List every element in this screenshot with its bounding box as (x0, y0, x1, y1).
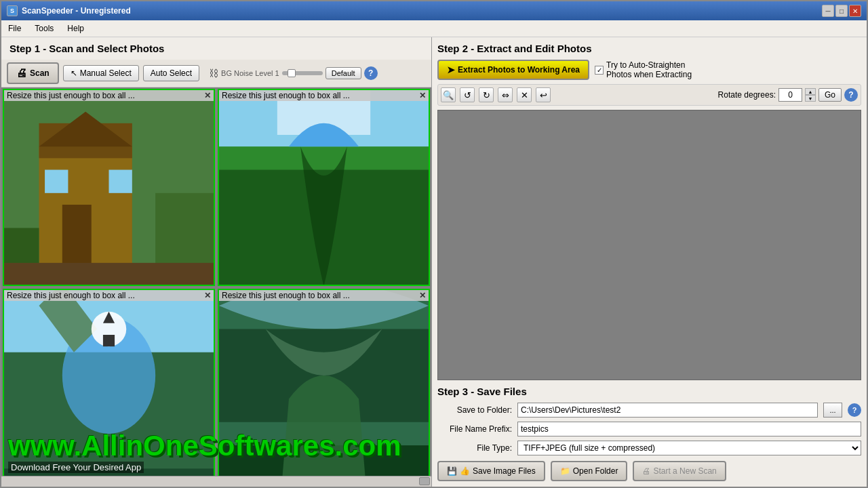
title-bar: S ScanSpeeder - Unregistered ─ □ ✕ (1, 1, 867, 20)
cursor-icon: ↖ (71, 68, 77, 78)
open-folder-label: Open Folder (573, 466, 618, 476)
svg-rect-6 (45, 170, 68, 193)
step2-header: Step 2 - Extract and Edit Photos (437, 43, 861, 54)
close-button[interactable]: ✕ (849, 5, 861, 17)
save-files-button[interactable]: 💾 👍 Save Image Files (437, 461, 545, 481)
rotate-section: Rotate degrees: ▲ ▼ Go ? (718, 88, 858, 102)
photo-close-4[interactable]: ✕ (419, 291, 426, 300)
main-content: Step 1 - Scan and Select Photos 🖨 Scan ↖… (1, 37, 867, 487)
app-window: S ScanSpeeder - Unregistered ─ □ ✕ File … (0, 0, 868, 488)
undo-button[interactable]: ↩ (536, 87, 551, 102)
photo-close-1[interactable]: ✕ (204, 91, 211, 100)
file-type-row: File Type: TIFF+JPEG (full size + compre… (437, 441, 861, 455)
rotate-ccw-button[interactable]: ↺ (460, 87, 475, 102)
svg-rect-9 (4, 263, 214, 285)
maximize-button[interactable]: □ (835, 5, 848, 17)
file-prefix-row: File Name Prefix: (437, 422, 861, 436)
folder-icon: 📁 (560, 466, 570, 476)
auto-straighten-checkbox[interactable]: ✓ (595, 66, 604, 75)
auto-straighten-label: Try to Auto-StraightenPhotos when Extrac… (606, 60, 692, 79)
save-icon: 💾 (447, 466, 457, 476)
scan-area: Resize this just enough to box all ... ✕ (1, 87, 431, 487)
extract-toolbar: ➤ Extract Photos to Working Area ✓ Try t… (437, 60, 861, 80)
svg-rect-5 (109, 170, 132, 193)
folder-info-button[interactable]: ? (848, 403, 861, 417)
watermark-subtitle: Download Free Your Desired App (8, 462, 144, 473)
extract-icon: ➤ (447, 64, 455, 75)
edit-help-button[interactable]: ? (844, 88, 858, 102)
save-folder-input[interactable] (517, 403, 818, 418)
working-area (437, 110, 861, 380)
save-folder-row: Save to Folder: ... ? (437, 403, 861, 418)
fb-icon: 👍 (460, 466, 470, 476)
file-prefix-input[interactable] (517, 422, 861, 436)
default-button[interactable]: Default (326, 67, 361, 79)
step3-header: Step 3 - Save Files (437, 386, 861, 397)
spin-up-button[interactable]: ▲ (805, 88, 816, 95)
toolbar-row: 🖨 Scan ↖ Manual Select Auto Select ⛓ BG … (1, 60, 431, 87)
slider-thumb (288, 69, 296, 77)
noise-slider[interactable] (282, 71, 323, 75)
scroll-area (1, 476, 431, 487)
new-scan-button[interactable]: 🖨 Start a New Scan (633, 461, 726, 481)
watermark: www.AllinOneSoftwares.com Download Free … (8, 432, 431, 473)
scan-icon: 🖨 (16, 67, 27, 79)
rotate-label: Rotate degrees: (718, 90, 776, 100)
photo-label-1: Resize this just enough to box all ... ✕ (4, 90, 214, 101)
scan-label: Scan (30, 68, 50, 78)
photo-container-1: Resize this just enough to box all ... ✕ (3, 89, 215, 286)
edit-toolbar: 🔍 ↺ ↻ ⇔ ✕ ↩ Rotate degrees: ▲ ▼ Go ? (437, 84, 861, 106)
extract-label: Extract Photos to Working Area (458, 65, 580, 75)
auto-select-label: Auto Select (151, 68, 192, 78)
menu-bar: File Tools Help (1, 20, 867, 37)
menu-help[interactable]: Help (60, 22, 91, 35)
window-controls: ─ □ ✕ (822, 5, 861, 17)
save-folder-label: Save to Folder: (437, 405, 512, 415)
zoom-in-button[interactable]: 🔍 (441, 87, 456, 102)
rotate-spinner: ▲ ▼ (805, 88, 816, 102)
noise-label: BG Noise Level 1 (221, 69, 279, 77)
manual-select-button[interactable]: ↖ Manual Select (63, 65, 139, 81)
save-files-label: Save Image Files (473, 466, 536, 476)
extract-button[interactable]: ➤ Extract Photos to Working Area (437, 60, 589, 80)
minimize-button[interactable]: ─ (822, 5, 834, 17)
photo-container-2: Resize this just enough to box all ... ✕ (218, 89, 430, 286)
window-title: ScanSpeeder - Unregistered (22, 6, 131, 16)
manual-select-label: Manual Select (80, 68, 132, 78)
action-row: 💾 👍 Save Image Files 📁 Open Folder 🖨 Sta… (437, 461, 861, 481)
link-icon: ⛓ (209, 68, 218, 79)
photo-label-4: Resize this just enough to box all ... ✕ (219, 290, 429, 301)
app-icon: S (7, 5, 18, 16)
flip-v-button[interactable]: ✕ (517, 87, 532, 102)
auto-straighten-section: ✓ Try to Auto-StraightenPhotos when Extr… (595, 60, 692, 79)
open-folder-button[interactable]: 📁 Open Folder (551, 461, 628, 481)
file-type-label: File Type: (437, 443, 512, 453)
photo-close-2[interactable]: ✕ (419, 91, 426, 100)
scroll-bar[interactable] (419, 477, 430, 485)
watermark-text: www.AllinOneSoftwares.com (8, 432, 431, 460)
left-panel: Step 1 - Scan and Select Photos 🖨 Scan ↖… (1, 37, 432, 487)
photo-label-3: Resize this just enough to box all ... ✕ (4, 290, 214, 301)
browse-button[interactable]: ... (823, 403, 842, 418)
rotate-go-button[interactable]: Go (818, 88, 842, 102)
photo-label-2: Resize this just enough to box all ... ✕ (219, 90, 429, 101)
rotate-cw-button[interactable]: ↻ (479, 87, 494, 102)
photos-grid: Resize this just enough to box all ... ✕ (1, 87, 431, 487)
file-type-select[interactable]: TIFF+JPEG (full size + compressed) JPEG … (517, 441, 861, 455)
flip-h-button[interactable]: ⇔ (498, 87, 513, 102)
new-scan-label: Start a New Scan (653, 466, 716, 476)
menu-tools[interactable]: Tools (28, 22, 60, 35)
step1-header: Step 1 - Scan and Select Photos (1, 37, 431, 60)
spin-down-button[interactable]: ▼ (805, 95, 816, 102)
save-form: Save to Folder: ... ? File Name Prefix: … (437, 403, 861, 455)
file-prefix-label: File Name Prefix: (437, 424, 512, 434)
auto-select-button[interactable]: Auto Select (143, 65, 199, 81)
photo-close-3[interactable]: ✕ (204, 291, 211, 300)
menu-file[interactable]: File (1, 22, 28, 35)
rotate-input[interactable] (778, 88, 802, 102)
new-scan-icon: 🖨 (642, 466, 650, 476)
noise-section: ⛓ BG Noise Level 1 Default ? (209, 66, 377, 80)
noise-help-button[interactable]: ? (364, 66, 378, 80)
right-panel: Step 2 - Extract and Edit Photos ➤ Extra… (432, 37, 867, 487)
scan-button[interactable]: 🖨 Scan (7, 62, 59, 84)
